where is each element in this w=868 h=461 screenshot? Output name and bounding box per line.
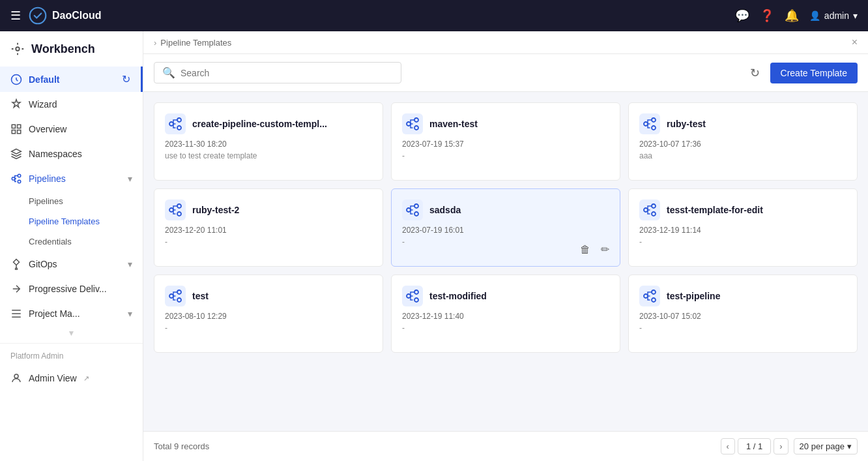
- search-input[interactable]: [181, 68, 393, 78]
- card-header: sadsda: [402, 200, 609, 220]
- panel-close-button[interactable]: ×: [852, 37, 858, 48]
- sidebar-item-gitops[interactable]: GitOps ▾: [0, 252, 143, 276]
- card-date: 2023-07-19 16:01: [402, 226, 609, 235]
- prev-page-button[interactable]: ‹: [721, 438, 735, 454]
- bell-icon[interactable]: 🔔: [785, 8, 799, 23]
- svg-rect-5: [12, 130, 15, 134]
- card-header: test-pipeline: [639, 286, 846, 306]
- next-page-button[interactable]: ›: [774, 438, 788, 454]
- default-label: Default: [29, 74, 59, 85]
- sidebar-item-default[interactable]: Default ↻: [0, 67, 143, 92]
- total-records: Total 9 records: [154, 441, 209, 451]
- sidebar-item-admin-view[interactable]: Admin View ↗: [0, 366, 143, 391]
- sidebar-sub-pipeline-templates[interactable]: Pipeline Templates: [0, 211, 143, 231]
- pipeline-template-icon: [402, 113, 423, 134]
- card-date: 2023-10-07 15:02: [639, 312, 846, 321]
- card-item[interactable]: maven-test 2023-07-19 15:37 -: [391, 102, 620, 181]
- workbench-label: Workbench: [31, 42, 95, 56]
- card-date: 2023-12-19 11:40: [402, 312, 609, 321]
- pipeline-template-icon: [165, 113, 186, 134]
- namespaces-label: Namespaces: [29, 149, 82, 159]
- card-item[interactable]: sadsda 2023-07-19 16:01 - 🗑 ✏: [391, 188, 620, 267]
- project-management-label: Project Ma...: [29, 308, 80, 319]
- sidebar-item-progressive-delivery[interactable]: Progressive Deliv...: [0, 276, 143, 301]
- card-date: 2023-12-20 11:01: [165, 226, 372, 235]
- card-description: aaa: [639, 151, 846, 160]
- refresh-button[interactable]: ↻: [747, 63, 762, 83]
- card-description: -: [639, 323, 846, 333]
- chevron-down-icon: ▾: [853, 10, 858, 21]
- sidebar-item-overview[interactable]: Overview: [0, 117, 143, 141]
- search-box[interactable]: 🔍: [154, 62, 401, 83]
- toolbar: 🔍 ↻ Create Template: [143, 54, 868, 92]
- pipeline-template-icon: [639, 286, 660, 306]
- svg-point-9: [18, 180, 21, 183]
- card-item[interactable]: ruby-test-2 2023-12-20 11:01 -: [154, 188, 383, 267]
- card-date: 2023-11-30 18:20: [165, 140, 372, 149]
- card-description: -: [402, 151, 609, 160]
- panel-header: › Pipeline Templates ×: [143, 31, 868, 54]
- pipeline-template-icon: [639, 113, 660, 134]
- help-icon[interactable]: ❓: [760, 8, 774, 23]
- user-name: admin: [824, 10, 849, 21]
- pipeline-template-icon: [639, 200, 660, 220]
- workbench-section: Workbench: [0, 31, 143, 67]
- sidebar-sub-credentials[interactable]: Credentials: [0, 231, 143, 252]
- hamburger-icon[interactable]: ☰: [10, 8, 21, 23]
- card-title: create-pipeline-custom-templ...: [192, 119, 327, 129]
- svg-rect-6: [18, 130, 21, 134]
- sidebar-item-project-management[interactable]: Project Ma... ▾: [0, 301, 143, 326]
- chat-icon[interactable]: 💬: [735, 8, 749, 23]
- card-title: test-modified: [429, 291, 487, 301]
- card-date: 2023-10-07 17:36: [639, 140, 846, 149]
- card-item[interactable]: ruby-test 2023-10-07 17:36 aaa: [628, 102, 858, 181]
- card-date: 2023-12-19 11:14: [639, 226, 846, 235]
- pipeline-template-icon: [402, 286, 423, 306]
- sidebar-divider: [0, 343, 143, 344]
- wizard-label: Wizard: [29, 99, 57, 110]
- user-menu[interactable]: 👤 admin ▾: [809, 10, 858, 21]
- card-title: test: [192, 291, 209, 301]
- sidebar-sub-pipelines[interactable]: Pipelines: [0, 191, 143, 211]
- card-item[interactable]: create-pipeline-custom-templ... 2023-11-…: [154, 102, 383, 181]
- per-page-chevron-icon: ▾: [847, 441, 852, 451]
- edit-button[interactable]: ✏: [598, 241, 612, 258]
- content-area: › Pipeline Templates × 🔍 ↻ Create Templa…: [143, 31, 868, 461]
- gitops-chevron-icon: ▾: [128, 259, 132, 269]
- card-header: ruby-test-2: [165, 200, 372, 220]
- svg-rect-3: [12, 125, 15, 128]
- sidebar-item-pipelines[interactable]: Pipelines ▾: [0, 166, 143, 191]
- svg-point-1: [16, 47, 20, 51]
- panel-title-chevron: ›: [154, 38, 156, 48]
- card-item[interactable]: test-modified 2023-12-19 11:40 -: [391, 275, 620, 353]
- user-avatar-icon: 👤: [809, 10, 820, 21]
- topbar: ☰ DaoCloud 💬 ❓ 🔔 👤 admin ▾: [0, 0, 868, 31]
- card-title: ruby-test: [667, 119, 706, 129]
- card-header: maven-test: [402, 113, 609, 134]
- pipeline-template-icon: [165, 200, 186, 220]
- progressive-delivery-label: Progressive Deliv...: [29, 284, 107, 294]
- create-template-button[interactable]: Create Template: [770, 63, 858, 83]
- pipelines-chevron-icon: ▾: [128, 173, 132, 184]
- card-description: -: [165, 237, 372, 246]
- card-header: ruby-test: [639, 113, 846, 134]
- admin-view-label: Admin View: [29, 373, 77, 383]
- external-link-icon: ↗: [83, 374, 89, 383]
- card-title: maven-test: [429, 119, 478, 129]
- card-description: use to test create template: [165, 151, 372, 160]
- card-description: -: [165, 323, 372, 333]
- card-item[interactable]: tesst-template-for-edit 2023-12-19 11:14…: [628, 188, 858, 267]
- card-item[interactable]: test 2023-08-10 12:29 -: [154, 275, 383, 353]
- sidebar-item-wizard[interactable]: Wizard: [0, 92, 143, 117]
- pagination: Total 9 records ‹ 1 / 1 › 20 per page ▾: [143, 431, 868, 461]
- card-header: test-modified: [402, 286, 609, 306]
- per-page-select[interactable]: 20 per page ▾: [794, 438, 858, 454]
- card-item[interactable]: test-pipeline 2023-10-07 15:02 -: [628, 275, 858, 353]
- card-title: test-pipeline: [667, 291, 720, 301]
- card-title: sadsda: [429, 205, 461, 215]
- sidebar-item-namespaces[interactable]: Namespaces: [0, 141, 143, 166]
- refresh-icon[interactable]: ↻: [122, 73, 130, 85]
- pipeline-template-icon: [402, 200, 423, 220]
- delete-button[interactable]: 🗑: [577, 241, 593, 258]
- panel-title: › Pipeline Templates: [154, 38, 231, 48]
